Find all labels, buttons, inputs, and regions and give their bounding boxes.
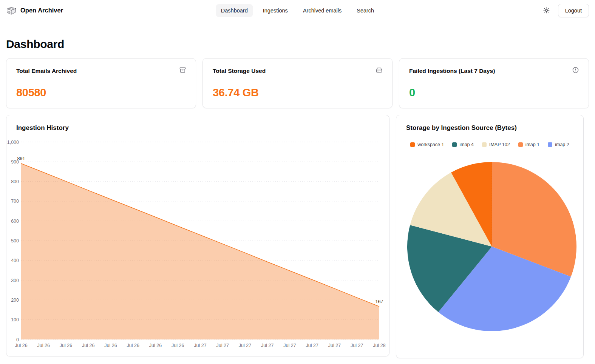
x-tick-label: Jul 26	[60, 343, 72, 348]
app-logo-icon	[6, 6, 17, 15]
nav-tab-dashboard[interactable]: Dashboard	[216, 4, 253, 17]
stat-card-total-emails: Total Emails Archived 80580	[6, 58, 196, 108]
legend-label: imap 1	[525, 142, 540, 147]
dashboard-main: Dashboard Total Emails Archived 80580 To…	[0, 38, 595, 358]
y-tick-label: 800	[11, 179, 19, 184]
stat-value-total-storage: 36.74 GB	[213, 86, 382, 99]
brand-name: Open Archiver	[20, 7, 63, 14]
x-tick-label: Jul 27	[216, 343, 229, 348]
brand: Open Archiver	[6, 6, 63, 15]
nav-tab-search[interactable]: Search	[351, 4, 379, 17]
y-tick-label: 1,000	[7, 140, 19, 145]
alert-circle-icon	[572, 67, 579, 75]
y-tick-label: 600	[11, 219, 19, 224]
legend-swatch	[482, 142, 487, 147]
charts-row: Ingestion History 0100200300400500600700…	[6, 115, 589, 358]
main-nav: Dashboard Ingestions Archived emails Sea…	[216, 4, 379, 17]
stat-card-failed-ingestions: Failed Ingestions (Last 7 Days) 0	[399, 58, 589, 108]
y-tick-label: 0	[16, 337, 19, 342]
y-tick-label: 400	[11, 258, 19, 263]
y-tick-label: 100	[11, 317, 19, 322]
x-tick-label: Jul 27	[351, 343, 363, 348]
legend-swatch	[452, 142, 457, 147]
first-point-label: 891	[17, 156, 25, 161]
legend-label: imap 2	[555, 142, 569, 147]
nav-tab-ingestions[interactable]: Ingestions	[258, 4, 293, 17]
legend-swatch	[410, 142, 415, 147]
last-point-label: 167	[376, 299, 383, 304]
legend-swatch	[548, 142, 552, 147]
x-tick-label: Jul 28	[373, 343, 385, 348]
legend-item-imap-1[interactable]: imap 1	[518, 142, 540, 147]
y-tick-label: 200	[11, 298, 19, 303]
y-tick-label: 300	[11, 278, 19, 283]
x-tick-label: Jul 27	[306, 343, 318, 348]
archive-icon	[179, 67, 186, 75]
stat-value-failed-ingestions: 0	[409, 86, 579, 99]
ingestion-history-card: Ingestion History 0100200300400500600700…	[6, 115, 389, 356]
nav-tab-archived-emails[interactable]: Archived emails	[298, 4, 347, 17]
x-tick-label: Jul 26	[127, 343, 139, 348]
x-tick-label: Jul 27	[194, 343, 206, 348]
storage-pie-card: Storage by Ingestion Source (Bytes) work…	[396, 115, 584, 358]
legend-item-imap-2[interactable]: imap 2	[548, 142, 569, 147]
legend-item-workspace-1[interactable]: workspace 1	[410, 142, 444, 147]
pie-legend: workspace 1imap 4IMAP 102imap 1imap 2	[396, 142, 583, 147]
stat-card-total-storage: Total Storage Used 36.74 GB	[202, 58, 393, 108]
theme-toggle-sun-icon[interactable]	[543, 7, 550, 14]
x-tick-label: Jul 27	[239, 343, 251, 348]
stat-label: Total Emails Archived	[16, 68, 186, 74]
stat-label: Failed Ingestions (Last 7 Days)	[409, 68, 579, 74]
area-fill	[21, 163, 379, 339]
storage-pie-chart[interactable]	[396, 151, 583, 334]
hard-drive-icon	[376, 67, 382, 75]
y-tick-label: 700	[11, 199, 19, 204]
ingestion-history-chart[interactable]: 01002003004005006007008009001,000Jul 26J…	[6, 133, 389, 352]
y-tick-label: 500	[11, 238, 19, 244]
stat-value-total-emails: 80580	[16, 86, 186, 99]
stat-label: Total Storage Used	[213, 68, 382, 74]
legend-label: workspace 1	[417, 142, 444, 147]
x-tick-label: Jul 26	[104, 343, 117, 348]
logout-button[interactable]: Logout	[558, 4, 589, 17]
header-actions: Logout	[543, 4, 589, 17]
legend-item-imap-102[interactable]: IMAP 102	[482, 142, 510, 147]
top-nav: Open Archiver Dashboard Ingestions Archi…	[0, 0, 595, 21]
legend-label: imap 4	[459, 142, 474, 147]
ingestion-history-title: Ingestion History	[16, 124, 389, 132]
x-tick-label: Jul 27	[261, 343, 274, 348]
page-title: Dashboard	[6, 38, 589, 51]
storage-pie-title: Storage by Ingestion Source (Bytes)	[406, 124, 583, 132]
legend-item-imap-4[interactable]: imap 4	[452, 142, 474, 147]
stats-row: Total Emails Archived 80580 Total Storag…	[6, 58, 589, 108]
x-tick-label: Jul 27	[328, 343, 341, 348]
legend-swatch	[518, 142, 523, 147]
x-tick-label: Jul 26	[149, 343, 162, 348]
x-tick-label: Jul 26	[82, 343, 94, 348]
x-tick-label: Jul 26	[37, 343, 50, 348]
x-tick-label: Jul 27	[283, 343, 296, 348]
x-tick-label: Jul 26	[15, 343, 27, 348]
x-tick-label: Jul 26	[172, 343, 184, 348]
legend-label: IMAP 102	[489, 142, 510, 147]
